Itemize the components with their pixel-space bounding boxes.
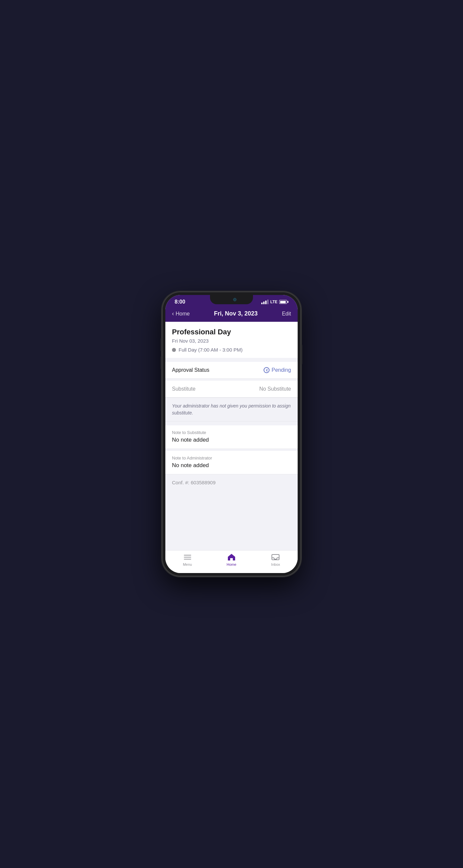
conf-text: Conf. #: 603588909 — [172, 480, 216, 485]
time-dot-icon — [172, 348, 176, 352]
nav-title: Fri, Nov 3, 2023 — [214, 310, 258, 317]
vol-up-button — [161, 338, 162, 351]
event-title: Professional Day — [172, 328, 291, 336]
event-time: Full Day (7:00 AM - 3:00 PM) — [178, 347, 242, 352]
menu-tab-label: Menu — [183, 562, 192, 566]
tab-inbox[interactable]: Inbox — [254, 553, 298, 566]
note-to-substitute-value: No note added — [172, 437, 291, 443]
substitute-label: Substitute — [172, 386, 195, 392]
phone-frame: 8:00 LTE ‹ Ho — [162, 292, 301, 576]
chevron-left-icon: ‹ — [172, 310, 174, 317]
note-to-admin-label: Note to Administrator — [172, 456, 291, 461]
permission-text: Your administrator has not given you per… — [172, 403, 291, 415]
side-button — [301, 345, 302, 365]
edit-button[interactable]: Edit — [282, 311, 291, 317]
substitute-row: Substitute No Substitute — [165, 381, 298, 398]
status-bar: 8:00 LTE — [165, 295, 298, 307]
approval-label: Approval Status — [172, 367, 209, 373]
back-button[interactable]: ‹ Home — [172, 310, 190, 317]
conf-section: Conf. #: 603588909 — [165, 474, 298, 550]
event-date: Fri Nov 03, 2023 — [172, 338, 291, 344]
note-to-admin-section: Note to Administrator No note added — [165, 451, 298, 474]
home-icon — [227, 553, 236, 561]
content-area: Professional Day Fri Nov 03, 2023 Full D… — [165, 322, 298, 550]
signal-icon — [261, 300, 269, 304]
inbox-icon — [271, 553, 280, 561]
tab-home[interactable]: Home — [209, 553, 253, 566]
battery-icon — [279, 300, 288, 304]
nav-bar: ‹ Home Fri, Nov 3, 2023 Edit — [165, 307, 298, 322]
substitute-value: No Substitute — [259, 386, 291, 392]
home-tab-label: Home — [227, 562, 236, 566]
status-time: 8:00 — [175, 299, 185, 305]
back-label: Home — [176, 311, 190, 317]
tab-bar: Menu Home Inbox — [165, 550, 298, 573]
vol-down-button — [161, 356, 162, 369]
inbox-tab-label: Inbox — [271, 562, 280, 566]
substitute-section: Substitute No Substitute Your administra… — [165, 381, 298, 422]
lte-indicator: LTE — [270, 300, 277, 304]
status-icons: LTE — [261, 300, 288, 304]
camera — [233, 298, 236, 301]
event-time-row: Full Day (7:00 AM - 3:00 PM) — [172, 347, 291, 352]
event-card: Professional Day Fri Nov 03, 2023 Full D… — [165, 322, 298, 358]
tab-menu[interactable]: Menu — [165, 553, 209, 566]
approval-status-row: Approval Status Pending — [165, 362, 298, 379]
permission-note: Your administrator has not given you per… — [165, 398, 298, 422]
phone-screen: 8:00 LTE ‹ Ho — [165, 295, 298, 573]
note-to-substitute-section: Note to Substitute No note added — [165, 425, 298, 449]
menu-icon — [183, 553, 192, 561]
divider-3 — [165, 422, 298, 424]
note-to-admin-value: No note added — [172, 462, 291, 469]
note-to-substitute-label: Note to Substitute — [172, 430, 291, 435]
clock-icon — [264, 367, 269, 373]
pending-text: Pending — [271, 367, 291, 373]
notch — [210, 295, 253, 304]
approval-value: Pending — [264, 367, 291, 373]
